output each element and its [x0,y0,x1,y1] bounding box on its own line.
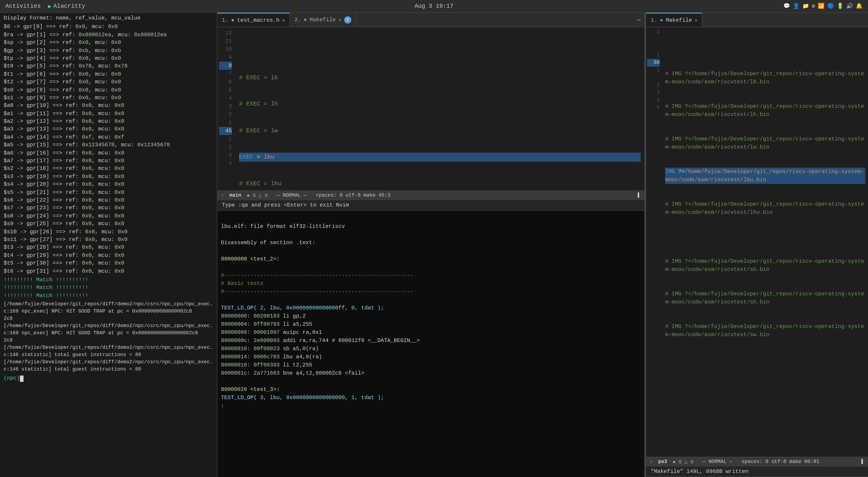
center-status-branch: main [229,192,241,198]
center-status-info: <paces: 0 utf-8 make 45:3 [316,192,391,198]
term-colon: : [221,402,641,410]
bell-icon[interactable]: 🔔 [856,3,863,9]
right-status-icons: ● 0 △ 0 [673,459,693,465]
right-notification-text: "Makefile" 149L, 6968B written [651,468,748,475]
center-status-mode: — NORMAL — [277,192,307,198]
terminal-area[interactable]: lbu.elf: file format elf32-littleriscv D… [217,211,644,477]
left-panel: Display Format: name, ref_value, mcu_val… [0,13,217,477]
term-test3-op: TEST_LD_OP( 3, lbu, 0x0000000000000000, … [221,394,641,402]
tab1-close[interactable]: ✕ [282,18,285,23]
wifi-icon: 📶 [818,3,825,9]
right-panel: 1. ● Makefile ✕ 4 1 80 1 2 3 [646,13,868,477]
right-editor-line: # IMG ?=/home/fujie/Developer/git_repos/… [665,323,865,339]
match-lines: !!!!!!!!! Match !!!!!!!!!! !!!!!!!!! Mat… [4,276,213,300]
reg-s4: $s4 -> gpr[20] ==> ref: 0x0, mcu: 0x0 [4,181,213,189]
term-test3-label: 80000020 <test_3>: [221,386,641,394]
settings-icon: ⚙ [812,3,815,9]
editor-line: # EXEC = lhu [239,179,641,188]
right-editor-line: # IMG ?=/home/fujie/Developer/git_repos/… [665,70,865,86]
tab-makefile-center[interactable]: 2. ● Makefile ✕ 2 [290,13,356,27]
right-editor-line: # IMG ?=/home/fujie/Developer/git_repos/… [665,290,865,306]
reg-gp: $gp -> gpr[3] ==> ref: 0xb, mcu: 0xb [4,47,213,55]
reg-t5: $t5 -> gpr[30] ==> ref: 0x0, mcu: 0x0 [4,260,213,268]
term-elf: lbu.elf: file format elf32-littleriscv [221,222,641,231]
wechat-icon: 💬 [783,3,790,9]
right-tab-bar: 1. ● Makefile ✕ [646,13,868,27]
center-status-indicator: ⚡ [221,192,224,198]
reg-s7: $s7 -> gpr[23] ==> ref: 0x0, mcu: 0x0 [4,205,213,212]
term-blank3 [221,247,641,255]
activities-button[interactable]: Activities [5,3,41,9]
folder-icon: 📁 [802,3,809,9]
topbar-datetime: Aug 3 19:17 [414,3,454,9]
tab2-icon: ● [304,17,307,23]
term-blank [221,214,641,222]
right-editor-container[interactable]: 4 1 80 1 2 3 4 5 # IMG ?=/home/fujie/Dev… [646,27,868,457]
main-layout: Display Format: name, ref_value, mcu_val… [0,13,868,477]
term-test-op: TEST_LD_OP( 2, lbu, 0x00000000000000ff, … [221,304,641,312]
term-inst1: 80000000: 00200193 li gp,2 [221,312,641,320]
reg-s5: $s5 -> gpr[21] ==> ref: 0x0, mcu: 0x0 [4,189,213,197]
tab1-label: test_macros.h [237,17,279,23]
right-editor-line: # IMG ?=/home/fujie/Developer/git_repos/… [665,135,865,151]
terminal-left: Display Format: name, ref_value, mcu_val… [0,13,217,477]
term-inst6: 80000014: 0000c703 lbu a4,0(ra) [221,353,641,361]
reg-tp: $tp -> gpr[4] ==> ref: 0x0, mcu: 0x0 [4,55,213,63]
display-format: Display Format: name, ref_value, mcu_val… [4,14,213,23]
right-line-numbers: 4 1 80 1 2 3 4 5 [646,27,662,457]
reg-s6: $s6 -> gpr[22] ==> ref: 0x0, mcu: 0x0 [4,197,213,205]
reg-t1: $t1 -> gpr[6] ==> ref: 0x0, mcu: 0x0 [4,70,213,78]
center-status-bar: ⚡ main ● 0 △ 0 — NORMAL — <paces: 0 utf-… [217,190,644,200]
term-inst4: 8000000c: 2e808093 addi ra,ra,744 # 8000… [221,336,641,345]
tab-makefile-right[interactable]: 1. ● Makefile ✕ [646,13,703,27]
rtab1-icon: ● [660,17,663,23]
editor-line: # EXEC = lw [239,126,641,135]
right-status-cursor: ▌ [862,459,864,464]
reg-t6: $t6 -> gpr[31] ==> ref: 0x0, mcu: 0x0 [4,268,213,275]
term-inst2: 80000004: 0ff00793 li a5,255 [221,320,641,328]
rtab1-label: Makefile [666,17,692,23]
term-blank5 [221,296,641,304]
right-status-branch: pa3 [658,459,667,464]
reg-a4: $a4 -> gpr[14] ==> ref: 0xf, mcu: 0xf [4,133,213,142]
register-list: $0 -> gpr[0] ==> ref: 0x0, mcu: 0x0 $ra … [4,23,213,275]
reg-a3: $a3 -> gpr[13] ==> ref: 0x0, mcu: 0x0 [4,126,213,133]
reg-s10: $s10 -> gpr[26] ==> ref: 0x0, mcu: 0x0 [4,228,213,236]
term-inst3: 80000008: 00001097 auipc ra,0x1 [221,328,641,336]
reg-t0: $t0 -> gpr[5] ==> ref: 0x78, mcu: 0x78 [4,63,213,71]
volume-icon: 🔊 [846,3,853,9]
rtab1-close[interactable]: ✕ [694,18,697,23]
tab1-icon: ● [231,17,234,23]
reg-s9: $s9 -> gpr[25] ==> ref: 0x0, mcu: 0x0 [4,220,213,228]
reg-a0: $a0 -> gpr[10] ==> ref: 0x0, mcu: 0x0 [4,102,213,110]
tab-actions[interactable]: ⋯ [633,16,644,23]
term-disasm-header: Disassembly of section .text: [221,239,641,247]
notification-bar: Type :qa and press <Enter> to exit Nvim [217,200,644,211]
editor-line: # EXEC = lh [239,100,641,109]
editor-area[interactable]: 12 11 10 9 8 7 6 5 4 3 2 1 45 1 2 3 4 # [217,27,644,190]
tab-test-macros[interactable]: 1. ● test_macros.h ✕ [217,13,290,27]
prompt-line[interactable]: (npc) [4,375,213,383]
app-title: ▶ Alacritty [48,2,85,10]
right-editor-line-highlighted: IMG ?=/home/fujie/Developer/git_repos/ri… [665,168,865,184]
reg-t3: $t3 -> gpr[28] ==> ref: 0x0, mcu: 0x0 [4,244,213,252]
bluetooth-icon: 🔵 [827,3,834,9]
reg-a1: $a1 -> gpr[11] ==> ref: 0x0, mcu: 0x0 [4,110,213,118]
term-blank2 [221,231,641,239]
app-name: Alacritty [54,3,85,9]
battery-icon: 🔋 [837,3,843,9]
term-comment1: #---------------------------------------… [221,271,641,279]
reg-a6: $a6 -> gpr[16] ==> ref: 0x0, mcu: 0x0 [4,149,213,157]
right-editor-line: # IMG ?=/home/fujie/Developer/git_repos/… [665,200,865,216]
right-status-bar: ⚡ pa3 ● 0 △ 0 — NORMAL — spaces: 0 utf-8… [646,457,868,467]
term-blank6 [221,377,641,386]
reg-sp: $sp -> gpr[2] ==> ref: 0x0, mcu: 0x0 [4,39,213,47]
tab2-close[interactable]: ✕ [338,17,341,23]
line-numbers: 12 11 10 9 8 7 6 5 4 3 2 1 45 1 2 3 4 [217,27,236,190]
reg-a2: $a2 -> gpr[12] ==> ref: 0x0, mcu: 0x0 [4,118,213,126]
right-editor-line [665,45,865,54]
system-icons: 💬 👤 📁 ⚙ 📶 🔵 🔋 🔊 🔔 [783,3,863,9]
center-status-cursor: ▌ [638,192,641,198]
term-blank4 [221,263,641,271]
reg-t2: $t2 -> gpr[7] ==> ref: 0x0, mcu: 0x0 [4,78,213,86]
